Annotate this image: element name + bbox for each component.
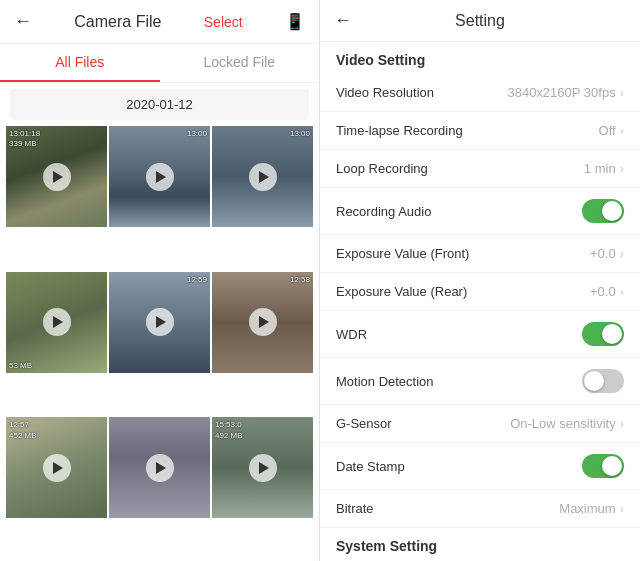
list-item[interactable]: 12:58 [212,272,313,373]
setting-row-recording-audio[interactable]: Recording Audio [320,188,640,235]
left-panel: ← Camera File Select 📱 All Files Locked … [0,0,320,561]
setting-value: Maximum › [559,501,624,516]
setting-value: Off › [599,123,624,138]
setting-label: Video Resolution [336,85,434,100]
list-item[interactable]: 13:00 [109,126,210,227]
value-text: +0.0 [590,284,616,299]
section-header-video: Video Setting [320,42,640,74]
setting-value: On-Low sensitivity › [510,416,624,431]
list-item[interactable]: 15:53:0492 MB [212,417,313,518]
chevron-right-icon: › [620,284,624,299]
setting-label: Motion Detection [336,374,434,389]
setting-value: 3840x2160P 30fps › [507,85,624,100]
right-title: Setting [362,12,598,30]
select-button[interactable]: Select [204,14,243,30]
setting-row-video-resolution[interactable]: Video Resolution 3840x2160P 30fps › [320,74,640,112]
setting-value: +0.0 › [590,284,624,299]
list-item[interactable] [109,417,210,518]
date-label: 2020-01-12 [10,89,309,120]
setting-row-wdr[interactable]: WDR [320,311,640,358]
list-item[interactable]: 13:00 [212,126,313,227]
tab-bar: All Files Locked File [0,44,319,83]
value-text: +0.0 [590,246,616,261]
back-arrow-right[interactable]: ← [334,10,352,31]
play-button[interactable] [249,163,277,191]
setting-label: G-Sensor [336,416,392,431]
setting-row-exposure-rear[interactable]: Exposure Value (Rear) +0.0 › [320,273,640,311]
setting-row-timelapse[interactable]: Time-lapse Recording Off › [320,112,640,150]
chevron-right-icon: › [620,416,624,431]
tab-all-files[interactable]: All Files [0,44,160,82]
setting-value: 1 min › [584,161,624,176]
setting-label: Exposure Value (Front) [336,246,469,261]
right-panel: ← Setting Video Setting Video Resolution… [320,0,640,561]
toggle-wdr[interactable] [582,322,624,346]
list-item[interactable]: 13:01:18339 MB [6,126,107,227]
list-item[interactable]: 12:59 [109,272,210,373]
play-button[interactable] [146,454,174,482]
setting-label: Exposure Value (Rear) [336,284,467,299]
chevron-right-icon: › [620,246,624,261]
play-button[interactable] [43,308,71,336]
play-button[interactable] [146,308,174,336]
section-header-system: System Setting [320,528,640,560]
setting-row-bitrate[interactable]: Bitrate Maximum › [320,490,640,528]
back-arrow-left[interactable]: ← [14,11,32,32]
list-item[interactable]: 53 MB [6,272,107,373]
setting-row-date-stamp[interactable]: Date Stamp [320,443,640,490]
phone-icon: 📱 [285,12,305,31]
chevron-right-icon: › [620,501,624,516]
chevron-right-icon: › [620,123,624,138]
video-grid: 13:01:18339 MB 13:00 13:00 53 MB 12:59 1… [0,126,319,561]
setting-label: Time-lapse Recording [336,123,463,138]
value-text: Off [599,123,616,138]
list-item[interactable]: 12:57452 MB [6,417,107,518]
play-button[interactable] [249,308,277,336]
setting-label: Loop Recording [336,161,428,176]
setting-label: Date Stamp [336,459,405,474]
toggle-date-stamp[interactable] [582,454,624,478]
setting-row-motion-detection[interactable]: Motion Detection [320,358,640,405]
setting-label: Recording Audio [336,204,431,219]
setting-row-loop-recording[interactable]: Loop Recording 1 min › [320,150,640,188]
left-header: ← Camera File Select 📱 [0,0,319,44]
setting-row-gsensor[interactable]: G-Sensor On-Low sensitivity › [320,405,640,443]
toggle-motion-detection[interactable] [582,369,624,393]
left-title: Camera File [74,13,161,31]
value-text: On-Low sensitivity [510,416,615,431]
play-button[interactable] [43,454,71,482]
play-button[interactable] [249,454,277,482]
value-text: 3840x2160P 30fps [507,85,615,100]
setting-value: +0.0 › [590,246,624,261]
play-button[interactable] [43,163,71,191]
setting-label: WDR [336,327,367,342]
setting-row-exposure-front[interactable]: Exposure Value (Front) +0.0 › [320,235,640,273]
chevron-right-icon: › [620,85,624,100]
tab-locked-file[interactable]: Locked File [160,44,320,82]
value-text: 1 min [584,161,616,176]
toggle-recording-audio[interactable] [582,199,624,223]
setting-label: Bitrate [336,501,374,516]
value-text: Maximum [559,501,615,516]
chevron-right-icon: › [620,161,624,176]
play-button[interactable] [146,163,174,191]
right-header: ← Setting [320,0,640,42]
